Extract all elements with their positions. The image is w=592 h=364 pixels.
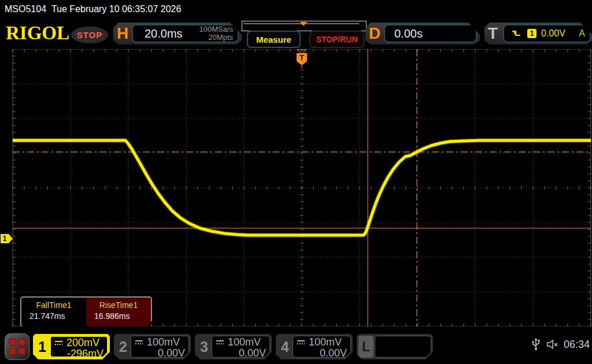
delay-panel[interactable]: D 0.00s	[365, 23, 480, 44]
sound-muted-icon	[546, 339, 559, 350]
delay-value: 0.00s	[394, 27, 423, 40]
channel-offset: 0.00V	[216, 348, 266, 359]
measurement-label: RiseTime1	[86, 300, 151, 310]
trigger-level-value: 0.00V	[541, 28, 565, 39]
stop-run-button-label: STOP/RUN	[316, 35, 357, 44]
trigger-label: T	[488, 24, 498, 43]
horizontal-panel[interactable]: H 20.0ms 100MSa/s 20Mpts	[113, 23, 242, 44]
coupling-icon	[297, 340, 305, 346]
usb-icon	[531, 338, 541, 351]
menu-grid-icon	[9, 339, 25, 355]
horizontal-label: H	[117, 24, 128, 43]
channel-scale: 100mV	[228, 336, 261, 348]
coupling-icon	[216, 340, 224, 346]
clock: 06:34	[564, 339, 590, 351]
model-name: MSO5104	[5, 4, 46, 14]
trigger-sweep-mode: A	[579, 28, 585, 39]
channel-3-number: 3	[195, 334, 213, 359]
acquisition-info: 100MSa/s 20Mpts	[199, 25, 233, 42]
trigger-position-marker[interactable]: T	[297, 53, 307, 68]
channel-offset: 0.00V	[135, 348, 185, 359]
channel-scale: 200mV	[66, 337, 99, 349]
sample-rate: 100MSa/s	[199, 25, 233, 34]
acquisition-status-label: STOP	[77, 30, 103, 40]
delay-inner-box: 0.00s	[384, 24, 477, 43]
channel-scale: 100mV	[147, 336, 180, 348]
channel-2-number: 2	[114, 334, 132, 359]
logic-label: L	[358, 336, 373, 358]
channel-3-box[interactable]: 3 100mV 0.00V	[195, 334, 272, 359]
measurement-risetime-cell[interactable]: RiseTime1 16.986ms	[86, 298, 151, 326]
main-menu-button[interactable]	[5, 333, 29, 360]
trigger-inner-box: 1 0.00V A	[503, 24, 591, 43]
falling-edge-icon	[511, 29, 521, 38]
channel-4-values: 100mV 0.00V	[293, 336, 351, 358]
measurement-value: 16.986ms	[86, 311, 151, 321]
coupling-icon	[54, 340, 63, 346]
channel-1-box[interactable]: 1 200mV -296mV	[33, 334, 110, 359]
titlebar: MSO5104 Tue February 10 06:35:07 2026	[0, 0, 592, 19]
measurement-falltime-cell[interactable]: FallTime1 21.747ms	[21, 298, 86, 326]
channel-4-box[interactable]: 4 100mV 0.00V	[276, 334, 353, 359]
logic-row-1: 0 1 2 3 4 5 6 7	[375, 357, 431, 364]
channel-4-number: 4	[276, 334, 294, 359]
header-bar: RIGOL STOP H 20.0ms 100MSa/s 20Mpts Meas…	[0, 19, 592, 48]
rigol-logo: RIGOL	[6, 23, 69, 44]
channel-1-values: 200mV -296mV	[50, 336, 108, 358]
channel-offset: 0.00V	[297, 348, 347, 359]
logic-channel-list: 0 1 2 3 4 5 6 7 8 9 1011 12131415	[375, 336, 431, 358]
timebase-value: 20.0ms	[145, 27, 183, 40]
channel-1-number: 1	[33, 334, 51, 359]
scope-display[interactable]: T1	[0, 49, 592, 326]
measurement-label: FallTime1	[21, 300, 86, 310]
svg-text:T: T	[299, 53, 304, 62]
acquisition-status-badge: STOP	[71, 27, 108, 43]
svg-text:1: 1	[3, 235, 7, 243]
measure-button-label: Measure	[256, 35, 291, 44]
channel-1-level-marker[interactable]: 1	[1, 234, 13, 243]
waveform-preview-bar[interactable]	[242, 21, 367, 31]
channel-3-values: 100mV 0.00V	[212, 336, 270, 358]
channel-2-box[interactable]: 2 100mV 0.00V	[114, 334, 191, 359]
stop-run-button[interactable]: STOP/RUN	[309, 31, 364, 48]
trigger-panel[interactable]: T 1 0.00V A	[484, 23, 592, 44]
measurement-results-popup: FallTime1 21.747ms RiseTime1 16.986ms	[20, 296, 152, 328]
measurement-value: 21.747ms	[21, 311, 86, 321]
measure-button[interactable]: Measure	[247, 31, 301, 48]
channel-scale: 100mV	[309, 336, 342, 348]
delay-label: D	[369, 24, 380, 43]
channel-2-values: 100mV 0.00V	[131, 336, 189, 358]
channel-offset: -296mV	[54, 348, 103, 359]
coupling-icon	[135, 340, 143, 346]
logic-channels-box[interactable]: L 0 1 2 3 4 5 6 7 8 9 1011 12131415	[357, 334, 433, 359]
graticule-ticks	[13, 49, 591, 326]
status-icons: 06:34	[531, 338, 592, 351]
datetime: Tue February 10 06:35:07 2026	[51, 4, 181, 14]
waveform-preview-icon	[242, 21, 365, 29]
horizontal-inner-box: 20.0ms 100MSa/s 20Mpts	[132, 24, 239, 43]
titlebar-text: MSO5104 Tue February 10 06:35:07 2026	[5, 4, 181, 14]
bottom-bar: 1 200mV -296mV 2 100mV 0.00V	[0, 326, 592, 364]
trigger-source-badge: 1	[527, 29, 536, 38]
memory-depth: 20Mpts	[199, 34, 233, 42]
